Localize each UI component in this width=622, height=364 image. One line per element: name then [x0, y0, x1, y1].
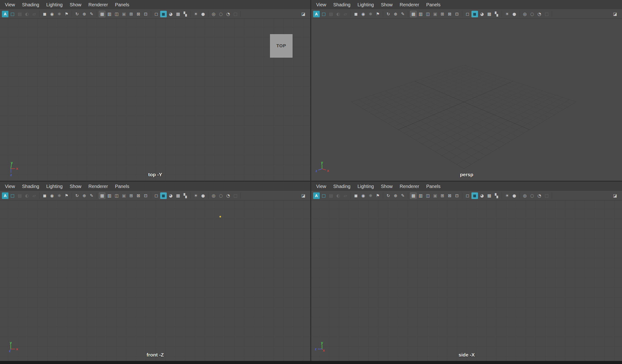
menu-show[interactable]: Show: [66, 2, 85, 7]
film-gate-icon[interactable]: ▥: [417, 192, 424, 199]
light-icon[interactable]: ☀: [504, 192, 510, 199]
film-gate-icon[interactable]: ▥: [106, 192, 113, 199]
menu-shading[interactable]: Shading: [330, 2, 354, 7]
safe-action-icon[interactable]: ⊠: [135, 192, 142, 199]
resolution-gate-icon[interactable]: ◫: [425, 192, 431, 199]
pan-zoom-icon[interactable]: ⊕: [392, 11, 399, 17]
resolution-gate-icon[interactable]: ◫: [113, 192, 120, 199]
film-gate-icon[interactable]: ▥: [106, 11, 113, 17]
resolution-gate-icon[interactable]: ◫: [113, 11, 120, 17]
menu-show[interactable]: Show: [377, 2, 396, 7]
menu-renderer[interactable]: Renderer: [396, 184, 423, 189]
letter-a-icon[interactable]: A: [313, 192, 320, 199]
wireframe-cube-icon[interactable]: ◻: [464, 192, 471, 199]
checker-material-icon[interactable]: ▚: [182, 192, 189, 199]
pan-zoom-icon[interactable]: ⊕: [81, 192, 88, 199]
motion-blur-icon[interactable]: ◌: [217, 192, 224, 199]
rotate-view-icon[interactable]: ↻: [74, 192, 80, 199]
anti-alias-icon[interactable]: ◔: [225, 11, 231, 17]
checker-material-icon[interactable]: ▚: [182, 11, 189, 17]
menu-panels[interactable]: Panels: [423, 184, 444, 189]
rotate-view-icon[interactable]: ↻: [74, 11, 80, 17]
grease-pencil-icon[interactable]: ✎: [88, 11, 95, 17]
grid-icon[interactable]: ▦: [99, 11, 105, 17]
checker-material-icon[interactable]: ▚: [493, 192, 500, 199]
grease-pencil-icon[interactable]: ✎: [400, 192, 406, 199]
textured-cube-icon[interactable]: ◕: [167, 11, 174, 17]
light-icon[interactable]: ☀: [193, 192, 199, 199]
film-gate-icon[interactable]: ▥: [417, 11, 424, 17]
menu-shading[interactable]: Shading: [330, 184, 354, 189]
sheet-dim-icon[interactable]: ▱: [342, 192, 349, 199]
layer-dim-icon[interactable]: ▤: [328, 11, 334, 17]
shadows-sphere-icon[interactable]: ●: [511, 11, 518, 17]
layer-dim-icon[interactable]: ▤: [16, 192, 23, 199]
anti-alias-icon[interactable]: ◔: [536, 192, 543, 199]
layer-dim-icon[interactable]: ▤: [328, 192, 334, 199]
field-chart-icon[interactable]: ⊞: [128, 192, 135, 199]
grease-pencil-icon[interactable]: ✎: [400, 11, 406, 17]
checker-material-icon[interactable]: ▚: [493, 11, 500, 17]
menu-shading[interactable]: Shading: [19, 2, 43, 7]
camera-bookmark-icon[interactable]: ◉: [49, 11, 55, 17]
bookmark-icon[interactable]: ⚑: [374, 11, 381, 17]
menu-show[interactable]: Show: [377, 184, 396, 189]
field-chart-icon[interactable]: ⊞: [128, 11, 135, 17]
sheet-dim-icon[interactable]: ▱: [31, 11, 38, 17]
menu-view[interactable]: View: [1, 184, 19, 189]
menu-shading[interactable]: Shading: [19, 184, 43, 189]
safe-title-icon[interactable]: ⊡: [142, 192, 149, 199]
sphere-dim-icon[interactable]: ◐: [335, 11, 341, 17]
safe-action-icon[interactable]: ⊠: [446, 192, 453, 199]
menu-show[interactable]: Show: [66, 184, 85, 189]
letter-a-icon[interactable]: A: [313, 11, 320, 17]
layer-dim-icon[interactable]: ▤: [16, 11, 23, 17]
top-viewport[interactable]: yxz top -Y TOP: [0, 19, 310, 181]
isolate-select-icon[interactable]: ◪: [612, 11, 618, 17]
menu-view[interactable]: View: [313, 2, 330, 7]
safe-action-icon[interactable]: ⊠: [446, 11, 453, 17]
camera-icon[interactable]: ◼: [353, 11, 359, 17]
menu-renderer[interactable]: Renderer: [396, 2, 423, 7]
field-chart-icon[interactable]: ⊞: [439, 11, 446, 17]
bookmark-icon[interactable]: ⚑: [63, 192, 70, 199]
gate-mask-icon[interactable]: ▣: [432, 192, 438, 199]
safe-title-icon[interactable]: ⊡: [142, 11, 149, 17]
sheet-dim-icon[interactable]: ▱: [342, 11, 349, 17]
camera-bookmark-icon[interactable]: ◉: [49, 192, 55, 199]
shaded-cube-icon[interactable]: ◼: [160, 192, 167, 199]
grid-icon[interactable]: ▦: [410, 11, 417, 17]
wireframe-on-shaded-icon[interactable]: ▩: [175, 192, 181, 199]
menu-panels[interactable]: Panels: [112, 2, 133, 7]
shadows-sphere-icon[interactable]: ●: [200, 192, 206, 199]
anti-alias-icon[interactable]: ◔: [536, 11, 543, 17]
top-camera-image-plane[interactable]: TOP: [270, 34, 292, 57]
exposure-dim-icon[interactable]: □: [543, 11, 550, 17]
menu-lighting[interactable]: Lighting: [354, 2, 377, 7]
wireframe-on-shaded-icon[interactable]: ▩: [486, 192, 492, 199]
camera-icon[interactable]: ◼: [353, 192, 359, 199]
shaded-cube-icon[interactable]: ◼: [471, 11, 478, 17]
sheet-dim-icon[interactable]: ▱: [31, 192, 38, 199]
occlusion-sphere-icon[interactable]: ◎: [522, 192, 528, 199]
side-viewport[interactable]: yxz side -X: [311, 200, 622, 361]
textured-cube-icon[interactable]: ◕: [479, 11, 485, 17]
resolution-gate-icon[interactable]: ◫: [425, 11, 431, 17]
sphere-dim-icon[interactable]: ◐: [24, 192, 30, 199]
safe-title-icon[interactable]: ⊡: [454, 192, 460, 199]
bookmark-icon[interactable]: ⚑: [63, 11, 70, 17]
exposure-dim-icon[interactable]: □: [232, 192, 239, 199]
grid-icon[interactable]: ▦: [410, 192, 417, 199]
light-icon[interactable]: ☀: [504, 11, 510, 17]
exposure-dim-icon[interactable]: □: [543, 192, 550, 199]
camera-bookmark-icon[interactable]: ◉: [360, 192, 367, 199]
isolate-select-icon[interactable]: ◪: [612, 192, 618, 199]
motion-blur-icon[interactable]: ◌: [529, 192, 535, 199]
scene-object-marker[interactable]: [219, 216, 221, 217]
light-icon[interactable]: ☀: [193, 11, 199, 17]
camera-gear-icon[interactable]: ☼: [367, 192, 374, 199]
pan-zoom-icon[interactable]: ⊕: [81, 11, 88, 17]
gate-mask-icon[interactable]: ▣: [121, 11, 127, 17]
occlusion-sphere-icon[interactable]: ◎: [210, 11, 217, 17]
menu-renderer[interactable]: Renderer: [85, 2, 112, 7]
